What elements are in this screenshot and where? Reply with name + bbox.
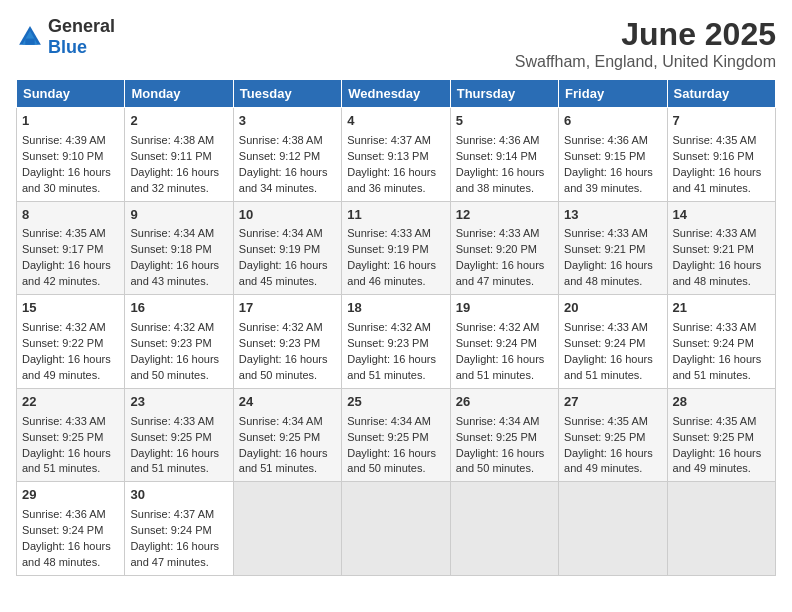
day-info-line: Sunrise: 4:35 AM xyxy=(673,414,770,430)
calendar-cell: 11Sunrise: 4:33 AMSunset: 9:19 PMDayligh… xyxy=(342,201,450,295)
day-info-line: Sunset: 9:16 PM xyxy=(673,149,770,165)
calendar-cell: 17Sunrise: 4:32 AMSunset: 9:23 PMDayligh… xyxy=(233,295,341,389)
day-number: 23 xyxy=(130,393,227,412)
day-info-line: and 36 minutes. xyxy=(347,181,444,197)
day-info-line: Sunrise: 4:39 AM xyxy=(22,133,119,149)
calendar-cell: 8Sunrise: 4:35 AMSunset: 9:17 PMDaylight… xyxy=(17,201,125,295)
day-info-line: and 41 minutes. xyxy=(673,181,770,197)
day-info-line: and 45 minutes. xyxy=(239,274,336,290)
day-info-line: Daylight: 16 hours xyxy=(347,165,444,181)
day-info-line: Daylight: 16 hours xyxy=(22,446,119,462)
calendar-week-5: 29Sunrise: 4:36 AMSunset: 9:24 PMDayligh… xyxy=(17,482,776,576)
day-number: 30 xyxy=(130,486,227,505)
day-number: 12 xyxy=(456,206,553,225)
title-block: June 2025 Swaffham, England, United King… xyxy=(515,16,776,71)
day-info-line: Daylight: 16 hours xyxy=(347,258,444,274)
calendar-cell: 21Sunrise: 4:33 AMSunset: 9:24 PMDayligh… xyxy=(667,295,775,389)
day-info-line: Sunset: 9:25 PM xyxy=(347,430,444,446)
day-number: 5 xyxy=(456,112,553,131)
day-number: 24 xyxy=(239,393,336,412)
calendar-cell: 7Sunrise: 4:35 AMSunset: 9:16 PMDaylight… xyxy=(667,108,775,202)
day-info-line: Sunrise: 4:34 AM xyxy=(239,414,336,430)
day-info-line: Daylight: 16 hours xyxy=(239,165,336,181)
day-info-line: Sunrise: 4:35 AM xyxy=(673,133,770,149)
day-number: 14 xyxy=(673,206,770,225)
day-header-thursday: Thursday xyxy=(450,80,558,108)
day-info-line: Sunset: 9:21 PM xyxy=(673,242,770,258)
day-info-line: Sunset: 9:24 PM xyxy=(564,336,661,352)
day-info-line: Daylight: 16 hours xyxy=(456,446,553,462)
day-info-line: Sunset: 9:15 PM xyxy=(564,149,661,165)
day-info-line: Sunset: 9:24 PM xyxy=(673,336,770,352)
calendar-week-4: 22Sunrise: 4:33 AMSunset: 9:25 PMDayligh… xyxy=(17,388,776,482)
logo-icon xyxy=(16,23,44,51)
day-info-line: Sunrise: 4:33 AM xyxy=(564,226,661,242)
day-number: 11 xyxy=(347,206,444,225)
day-info-line: Sunset: 9:25 PM xyxy=(456,430,553,446)
day-info-line: and 34 minutes. xyxy=(239,181,336,197)
day-info-line: and 38 minutes. xyxy=(456,181,553,197)
day-info-line: and 49 minutes. xyxy=(22,368,119,384)
day-info-line: Sunset: 9:14 PM xyxy=(456,149,553,165)
day-info-line: and 42 minutes. xyxy=(22,274,119,290)
day-number: 15 xyxy=(22,299,119,318)
day-info-line: Sunset: 9:10 PM xyxy=(22,149,119,165)
day-number: 16 xyxy=(130,299,227,318)
day-info-line: Sunset: 9:19 PM xyxy=(239,242,336,258)
calendar-title: June 2025 xyxy=(515,16,776,53)
day-info-line: Sunrise: 4:35 AM xyxy=(22,226,119,242)
calendar-cell: 25Sunrise: 4:34 AMSunset: 9:25 PMDayligh… xyxy=(342,388,450,482)
day-info-line: Sunrise: 4:38 AM xyxy=(239,133,336,149)
day-info-line: Daylight: 16 hours xyxy=(239,258,336,274)
day-info-line: Daylight: 16 hours xyxy=(130,539,227,555)
day-number: 9 xyxy=(130,206,227,225)
day-info-line: and 48 minutes. xyxy=(673,274,770,290)
day-info-line: and 51 minutes. xyxy=(564,368,661,384)
day-info-line: Daylight: 16 hours xyxy=(347,352,444,368)
day-info-line: and 43 minutes. xyxy=(130,274,227,290)
day-info-line: Sunrise: 4:37 AM xyxy=(130,507,227,523)
day-info-line: and 48 minutes. xyxy=(564,274,661,290)
calendar-cell: 14Sunrise: 4:33 AMSunset: 9:21 PMDayligh… xyxy=(667,201,775,295)
day-info-line: Sunrise: 4:32 AM xyxy=(347,320,444,336)
calendar-cell: 26Sunrise: 4:34 AMSunset: 9:25 PMDayligh… xyxy=(450,388,558,482)
day-info-line: Sunrise: 4:36 AM xyxy=(456,133,553,149)
day-info-line: Sunset: 9:25 PM xyxy=(22,430,119,446)
svg-rect-2 xyxy=(25,39,34,45)
logo-text-general: General xyxy=(48,16,115,36)
calendar-cell: 13Sunrise: 4:33 AMSunset: 9:21 PMDayligh… xyxy=(559,201,667,295)
day-info-line: Sunset: 9:18 PM xyxy=(130,242,227,258)
day-info-line: Daylight: 16 hours xyxy=(564,352,661,368)
day-info-line: Sunrise: 4:34 AM xyxy=(130,226,227,242)
day-info-line: Daylight: 16 hours xyxy=(456,258,553,274)
calendar-week-1: 1Sunrise: 4:39 AMSunset: 9:10 PMDaylight… xyxy=(17,108,776,202)
day-info-line: Daylight: 16 hours xyxy=(456,352,553,368)
day-info-line: Daylight: 16 hours xyxy=(239,352,336,368)
day-info-line: and 50 minutes. xyxy=(456,461,553,477)
day-info-line: Sunset: 9:22 PM xyxy=(22,336,119,352)
day-info-line: and 51 minutes. xyxy=(239,461,336,477)
day-number: 17 xyxy=(239,299,336,318)
day-info-line: Sunrise: 4:34 AM xyxy=(347,414,444,430)
day-number: 21 xyxy=(673,299,770,318)
calendar-cell: 27Sunrise: 4:35 AMSunset: 9:25 PMDayligh… xyxy=(559,388,667,482)
calendar-cell xyxy=(342,482,450,576)
day-info-line: Daylight: 16 hours xyxy=(673,258,770,274)
calendar-cell: 24Sunrise: 4:34 AMSunset: 9:25 PMDayligh… xyxy=(233,388,341,482)
day-info-line: Sunrise: 4:32 AM xyxy=(239,320,336,336)
day-info-line: Daylight: 16 hours xyxy=(239,446,336,462)
day-info-line: and 39 minutes. xyxy=(564,181,661,197)
day-info-line: and 51 minutes. xyxy=(22,461,119,477)
day-info-line: Sunset: 9:23 PM xyxy=(239,336,336,352)
day-number: 22 xyxy=(22,393,119,412)
day-info-line: Sunrise: 4:32 AM xyxy=(456,320,553,336)
day-info-line: Daylight: 16 hours xyxy=(564,258,661,274)
day-info-line: and 47 minutes. xyxy=(130,555,227,571)
day-info-line: Sunrise: 4:36 AM xyxy=(564,133,661,149)
day-info-line: Sunrise: 4:34 AM xyxy=(456,414,553,430)
day-info-line: Sunrise: 4:33 AM xyxy=(456,226,553,242)
day-number: 27 xyxy=(564,393,661,412)
calendar-cell: 6Sunrise: 4:36 AMSunset: 9:15 PMDaylight… xyxy=(559,108,667,202)
day-info-line: Sunrise: 4:33 AM xyxy=(22,414,119,430)
day-number: 25 xyxy=(347,393,444,412)
